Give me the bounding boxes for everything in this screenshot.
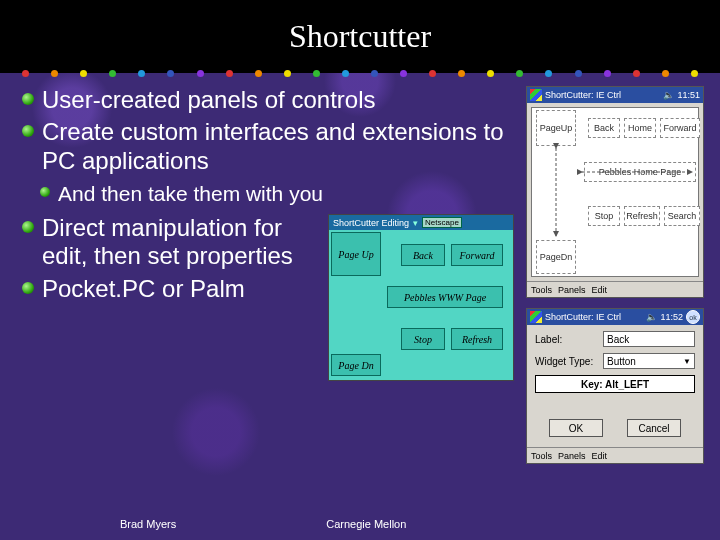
bullet-3: Direct manipulation for edit, then set p… bbox=[18, 214, 320, 271]
pda1-bottom-edit: Edit bbox=[592, 285, 608, 295]
windows-flag-icon bbox=[530, 311, 542, 323]
chevron-down-icon: ▼ bbox=[683, 357, 691, 366]
pda1-bottom-panels: Panels bbox=[558, 285, 586, 295]
windows-flag-icon bbox=[530, 89, 542, 101]
lower-row: Direct manipulation for edit, then set p… bbox=[18, 214, 518, 381]
pda1-title: ShortCutter: IE Ctrl bbox=[545, 90, 660, 100]
text-column: User-created panels of controls Create c… bbox=[18, 86, 518, 464]
edit-btn-refresh: Refresh bbox=[451, 328, 503, 350]
pda2-bottom-panels: Panels bbox=[558, 451, 586, 461]
bullet-list-lower: Direct manipulation for edit, then set p… bbox=[18, 214, 320, 303]
bullet-2-sub: And then take them with you bbox=[18, 181, 518, 206]
bullet-list: User-created panels of controls Create c… bbox=[18, 86, 518, 175]
pda1-bottombar: Tools Panels Edit bbox=[527, 281, 703, 297]
pda2-ok-button: OK bbox=[549, 419, 603, 437]
slide: Shortcutter User-created panels of contr… bbox=[0, 0, 720, 540]
edit-title: ShortCutter Editing bbox=[333, 218, 409, 228]
pda2-titlebar: ShortCutter: IE Ctrl 11:52 ok bbox=[527, 309, 703, 325]
edit-btn-pebbles: Pebbles WWW Page bbox=[387, 286, 503, 308]
edit-btn-back: Back bbox=[401, 244, 445, 266]
label-input: Back bbox=[603, 331, 695, 347]
slide-title: Shortcutter bbox=[289, 18, 431, 55]
pda2-time: 11:52 bbox=[660, 312, 683, 322]
pda1-titlebar: ShortCutter: IE Ctrl 11:51 bbox=[527, 87, 703, 103]
footer-left: Brad Myers bbox=[120, 518, 176, 530]
pda2-bottom-tools: Tools bbox=[531, 451, 552, 461]
edit-btn-stop: Stop bbox=[401, 328, 445, 350]
pda1-arrows bbox=[532, 108, 708, 278]
lower-text: Direct manipulation for edit, then set p… bbox=[18, 214, 320, 381]
pda2-cancel-button: Cancel bbox=[627, 419, 681, 437]
pda-layout: ShortCutter: IE Ctrl 11:51 PageUp Back H… bbox=[526, 86, 704, 298]
field-widget-type: Widget Type: Button ▼ bbox=[535, 353, 695, 369]
type-value: Button bbox=[607, 356, 636, 367]
pda2-title: ShortCutter: IE Ctrl bbox=[545, 312, 643, 322]
bullet-2: Create custom interfaces and extensions … bbox=[18, 118, 518, 175]
edit-btn-pagedn: Page Dn bbox=[331, 354, 381, 376]
pda2-ok-circle: ok bbox=[686, 310, 700, 324]
pda2-bottombar: Tools Panels Edit bbox=[527, 447, 703, 463]
field-label: Label: Back bbox=[535, 331, 695, 347]
bullet-1: User-created panels of controls bbox=[18, 86, 518, 114]
pda2-button-row: OK Cancel bbox=[535, 413, 695, 445]
edit-screenshot: ShortCutter Editing ▾ Netscape Page Up B… bbox=[328, 214, 518, 381]
type-select: Button ▼ bbox=[603, 353, 695, 369]
footer: Brad Myers Carnegie Mellon bbox=[0, 518, 540, 530]
edit-body: Page Up Back Forward Pebbles WWW Page St… bbox=[329, 230, 513, 380]
pda1-canvas: PageUp Back Home Forward Pebbles Home Pa… bbox=[531, 107, 699, 277]
pda2-bottom-edit: Edit bbox=[592, 451, 608, 461]
speaker-icon bbox=[663, 90, 674, 100]
edit-btn-pageup: Page Up bbox=[331, 232, 381, 276]
pda1-bottom-tools: Tools bbox=[531, 285, 552, 295]
content-area: User-created panels of controls Create c… bbox=[0, 76, 720, 464]
type-lbl: Widget Type: bbox=[535, 356, 603, 367]
label-lbl: Label: bbox=[535, 334, 603, 345]
screenshot-column: ShortCutter: IE Ctrl 11:51 PageUp Back H… bbox=[526, 86, 706, 464]
pda-properties: ShortCutter: IE Ctrl 11:52 ok Label: Bac… bbox=[526, 308, 704, 464]
footer-right: Carnegie Mellon bbox=[326, 518, 406, 530]
bullet-4: Pocket.PC or Palm bbox=[18, 275, 320, 303]
sub-bullet-list: And then take them with you bbox=[18, 181, 518, 206]
edit-titlebar: ShortCutter Editing ▾ Netscape bbox=[329, 215, 513, 230]
pda2-form: Label: Back Widget Type: Button ▼ Key: A… bbox=[527, 325, 703, 447]
title-band: Shortcutter bbox=[0, 0, 720, 73]
speaker-icon bbox=[646, 312, 657, 322]
edit-btn-forward: Forward bbox=[451, 244, 503, 266]
edit-tag: Netscape bbox=[422, 217, 462, 228]
edit-panel: ShortCutter Editing ▾ Netscape Page Up B… bbox=[328, 214, 514, 381]
pda1-time: 11:51 bbox=[677, 90, 700, 100]
key-display: Key: Alt_LEFT bbox=[535, 375, 695, 393]
